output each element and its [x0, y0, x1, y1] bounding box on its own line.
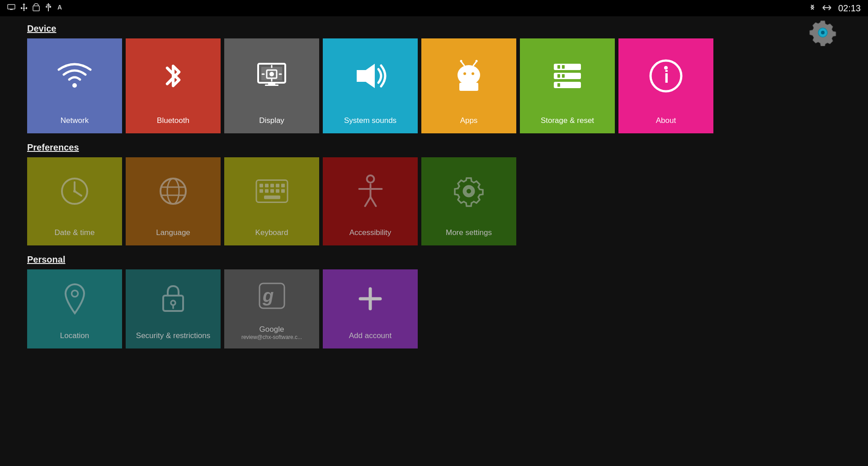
bluetooth-tile[interactable]: Bluetooth — [126, 38, 221, 133]
svg-point-68 — [71, 291, 78, 297]
svg-line-25 — [461, 61, 464, 66]
personal-section: Personal Location — [27, 254, 841, 348]
svg-point-24 — [472, 72, 474, 75]
language-tile[interactable]: Language — [126, 157, 221, 245]
device-section: Device Network — [27, 24, 841, 133]
keyboard-label: Keyboard — [255, 228, 288, 237]
bluetooth-label: Bluetooth — [157, 116, 189, 125]
main-content: Device Network — [0, 16, 868, 466]
display-label: Display — [259, 116, 284, 125]
about-tile[interactable]: i About — [618, 38, 713, 133]
display-icon — [256, 38, 288, 113]
apps-icon — [453, 38, 485, 113]
svg-rect-0 — [8, 5, 15, 9]
bluetooth-icon — [157, 38, 189, 113]
about-icon: i — [648, 38, 684, 113]
svg-point-18 — [269, 72, 274, 76]
svg-point-28 — [476, 60, 478, 62]
svg-text:g: g — [262, 286, 274, 306]
svg-line-27 — [473, 61, 476, 66]
sound-icon — [352, 38, 388, 113]
svg-point-22 — [458, 65, 480, 85]
svg-point-61 — [367, 175, 374, 183]
display-tile[interactable]: Display — [224, 38, 319, 133]
svg-point-9 — [821, 31, 825, 34]
svg-rect-53 — [276, 184, 279, 188]
keyboard-icon — [255, 157, 289, 226]
keyboard-tile[interactable]: Keyboard — [224, 157, 319, 245]
more-settings-label: More settings — [446, 228, 492, 237]
svg-rect-37 — [557, 83, 560, 87]
google-label: Google — [259, 325, 284, 334]
svg-point-44 — [73, 190, 76, 193]
svg-rect-1 — [10, 9, 13, 10]
security-label: Security & restrictions — [136, 331, 210, 340]
preferences-section: Preferences Date & time — [27, 142, 841, 245]
date-time-tile[interactable]: Date & time — [27, 157, 122, 245]
security-tile[interactable]: Security & restrictions — [126, 269, 221, 348]
personal-tiles-row: Location Security & restrictions — [27, 269, 841, 348]
screen-icon — [7, 4, 15, 12]
svg-rect-52 — [270, 184, 274, 188]
svg-rect-58 — [276, 189, 279, 193]
clock-time: 02:13 — [838, 3, 861, 14]
settings-gear-icon[interactable] — [809, 19, 836, 48]
svg-rect-57 — [270, 189, 274, 193]
accessibility-icon — [356, 157, 385, 226]
svg-rect-29 — [459, 83, 478, 91]
svg-rect-50 — [259, 184, 263, 188]
svg-rect-51 — [265, 184, 269, 188]
device-tiles-row: Network Bluetooth — [27, 38, 841, 133]
wifi-icon — [57, 38, 93, 113]
storage-reset-tile[interactable]: Storage & reset — [520, 38, 615, 133]
accessibility-label: Accessibility — [349, 228, 392, 237]
system-sounds-tile[interactable]: System sounds — [323, 38, 418, 133]
svg-point-23 — [463, 72, 466, 75]
status-bar-right: 02:13 — [809, 3, 861, 14]
google-tile[interactable]: g Google review@chx-software.c... — [224, 269, 319, 348]
svg-rect-32 — [562, 65, 565, 69]
svg-rect-60 — [264, 196, 280, 199]
svg-text:A: A — [57, 4, 62, 11]
svg-rect-35 — [562, 74, 565, 78]
apps-tile[interactable]: Apps — [421, 38, 516, 133]
device-section-label: Device — [27, 24, 841, 34]
svg-point-46 — [167, 179, 179, 204]
svg-marker-21 — [357, 64, 375, 88]
storage-icon — [549, 38, 585, 113]
accessibility-tile[interactable]: Accessibility — [323, 157, 418, 245]
add-account-label: Add account — [349, 331, 392, 340]
add-account-tile[interactable]: Add account — [323, 269, 418, 348]
status-bar-left: A — [7, 3, 64, 13]
network-tile[interactable]: Network — [27, 38, 122, 133]
more-settings-tile[interactable]: More settings — [421, 157, 516, 245]
apps-label: Apps — [460, 116, 478, 125]
svg-rect-54 — [281, 184, 285, 188]
system-sounds-label: System sounds — [344, 116, 396, 125]
svg-line-65 — [370, 197, 376, 206]
usb-icon — [21, 3, 27, 13]
bluetooth-status-icon — [809, 3, 816, 14]
preferences-section-label: Preferences — [27, 142, 841, 153]
svg-rect-6 — [49, 6, 51, 8]
network-label: Network — [61, 116, 89, 125]
svg-point-10 — [72, 83, 77, 88]
add-account-plus-icon — [357, 269, 384, 329]
personal-section-label: Personal — [27, 254, 841, 265]
about-label: About — [656, 116, 676, 125]
svg-point-26 — [460, 60, 462, 62]
svg-text:i: i — [664, 67, 669, 86]
svg-point-45 — [160, 179, 186, 204]
globe-icon — [157, 157, 189, 226]
lock-icon — [160, 269, 187, 329]
status-bar: A 02:13 — [0, 0, 868, 16]
bag-icon — [33, 3, 40, 13]
google-account-label: review@chx-software.c... — [241, 334, 302, 340]
svg-rect-31 — [557, 65, 560, 69]
language-label: Language — [156, 228, 190, 237]
font-icon: A — [57, 4, 64, 13]
svg-point-67 — [466, 188, 472, 194]
location-tile[interactable]: Location — [27, 269, 122, 348]
svg-rect-34 — [557, 74, 560, 78]
svg-rect-56 — [265, 189, 269, 193]
